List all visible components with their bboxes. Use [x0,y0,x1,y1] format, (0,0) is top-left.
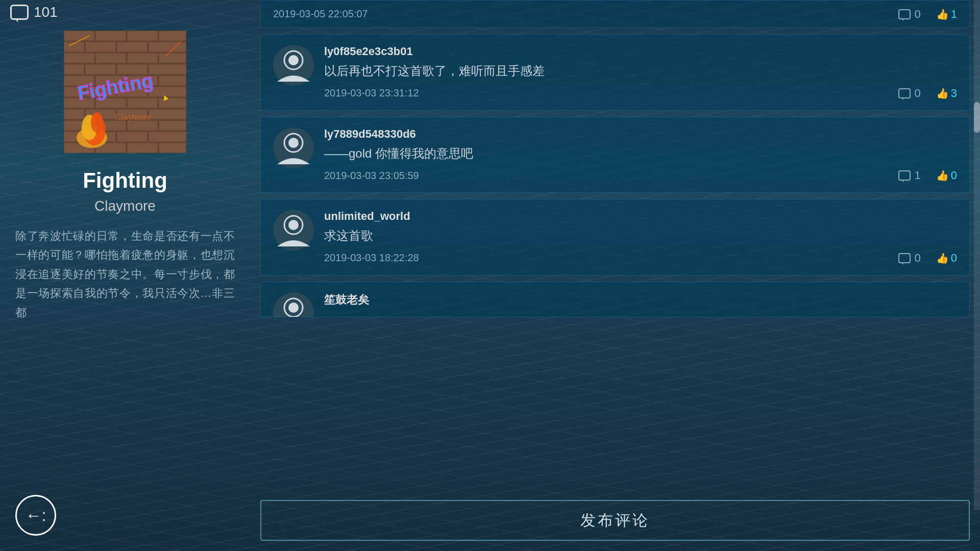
svg-rect-9 [64,53,94,63]
back-arrow-icon: ←: [26,506,46,525]
comment-username: 笙鼓老矣 [324,292,957,308]
svg-point-57 [288,55,299,65]
svg-rect-6 [85,42,116,52]
avatar [273,292,314,317]
song-artist: Claymore [94,198,156,214]
svg-rect-28 [159,98,186,108]
comment-content: ly7889d548330d6 ——gold 你懂得我的意思吧 2019-03-… [324,128,957,183]
top-like-count: 1 [951,8,957,21]
svg-rect-36 [159,120,186,131]
reply-bubble-icon [898,253,911,263]
top-reply-action: 0 [898,8,921,21]
comment-username: ly7889d548330d6 [324,128,957,141]
svg-point-66 [288,303,299,313]
comments-list: ly0f85e2e3c3b01 以后再也不打这首歌了，难听而且手感差 2019-… [260,34,970,495]
song-title: Fighting [83,168,167,193]
thumbup-icon: 👍 [936,169,949,182]
comment-text: 求这首歌 [324,227,957,244]
svg-rect-32 [149,109,186,119]
comment-meta: 2019-03-03 23:31:12 0 👍 3 [324,87,957,100]
album-art: Fighting Fighting Claymore [64,31,186,153]
svg-rect-1 [64,31,94,41]
comment-count: 101 [34,4,58,20]
like-count: 3 [951,87,957,100]
comment-username: ly0f85e2e3c3b01 [324,45,957,58]
svg-rect-40 [149,132,186,142]
thumbup-icon: 👍 [936,252,949,264]
svg-rect-27 [127,98,158,108]
scrollbar-thumb[interactable] [974,102,980,133]
thumbup-icon: 👍 [936,87,949,99]
reply-count: 0 [915,252,921,265]
svg-rect-11 [127,53,158,63]
comment-icon [10,5,29,20]
top-like-action: 👍 1 [936,8,957,21]
reply-bubble-icon [898,170,911,181]
right-panel: 2019-03-05 22:05:07 0 👍 1 [250,0,980,551]
comment-text: ——gold 你懂得我的意思吧 [324,145,957,162]
top-comment-time: 2019-03-05 22:05:07 [273,8,888,20]
svg-rect-14 [85,64,116,74]
svg-rect-7 [117,42,148,52]
svg-text:Claymore: Claymore [115,112,151,122]
svg-point-48 [91,112,103,133]
like-count: 0 [951,252,957,265]
svg-point-63 [288,220,299,230]
reply-bubble-icon [898,88,911,98]
svg-rect-10 [95,53,126,63]
comment-text: 以后再也不打这首歌了，难听而且手感差 [324,62,957,80]
svg-rect-12 [159,53,186,63]
svg-rect-44 [159,143,186,153]
reply-count: 0 [915,87,921,100]
song-description: 除了奔波忙碌的日常，生命是否还有一点不一样的可能？哪怕拖着疲惫的身躯，也想沉浸在… [0,227,250,322]
avatar [273,128,314,168]
svg-rect-39 [117,132,148,142]
comment-meta: 2019-03-03 23:05:59 1 👍 0 [324,169,957,182]
svg-rect-16 [149,64,186,74]
svg-rect-13 [64,64,84,74]
reply-action[interactable]: 0 [898,252,921,265]
svg-rect-35 [127,120,158,131]
reply-action[interactable]: 1 [898,169,921,182]
comment-time: 2019-03-03 23:05:59 [324,170,419,182]
comment-time: 2019-03-03 23:31:12 [324,87,419,99]
avatar [273,210,314,251]
top-reply-count: 0 [915,8,921,21]
svg-rect-2 [95,31,126,41]
like-action[interactable]: 👍 0 [936,252,957,265]
comment-username: unlimited_world [324,210,957,223]
svg-rect-20 [159,76,186,86]
top-partial-comment: 2019-03-05 22:05:07 0 👍 1 [260,0,970,28]
like-count: 0 [951,169,957,182]
svg-rect-3 [127,31,158,41]
post-comment-label: 发布评论 [580,510,650,531]
svg-point-60 [288,138,299,148]
comment-actions: 0 👍 0 [898,252,958,265]
comment-card-partial: 笙鼓老矣 [260,282,970,317]
comment-card: ly7889d548330d6 ——gold 你懂得我的意思吧 2019-03-… [260,117,970,193]
comment-count-header: 101 [10,4,58,20]
svg-rect-43 [127,143,158,153]
scrollbar-track[interactable] [974,0,980,510]
left-panel: 101 [0,0,250,551]
svg-rect-29 [64,109,84,119]
like-icon: 👍 [936,8,949,20]
top-comment-actions: 0 👍 1 [898,8,958,21]
svg-rect-4 [159,31,186,41]
comment-card: unlimited_world 求这首歌 2019-03-03 18:22:28… [260,199,970,276]
reply-count: 1 [915,169,921,182]
comment-content: ly0f85e2e3c3b01 以后再也不打这首歌了，难听而且手感差 2019-… [324,45,957,100]
comment-time: 2019-03-03 18:22:28 [324,252,419,264]
like-action[interactable]: 👍 3 [936,87,957,100]
comment-content: unlimited_world 求这首歌 2019-03-03 18:22:28… [324,210,957,265]
comment-content: 笙鼓老矣 [324,292,957,308]
back-button[interactable]: ←: [15,495,56,536]
avatar [273,45,314,86]
comment-actions: 1 👍 0 [898,169,958,182]
comment-card: ly0f85e2e3c3b01 以后再也不打这首歌了，难听而且手感差 2019-… [260,34,970,111]
reply-action[interactable]: 0 [898,87,921,100]
post-comment-button[interactable]: 发布评论 [260,500,970,541]
svg-rect-8 [149,42,186,52]
reply-icon [898,9,911,19]
like-action[interactable]: 👍 0 [936,169,957,182]
